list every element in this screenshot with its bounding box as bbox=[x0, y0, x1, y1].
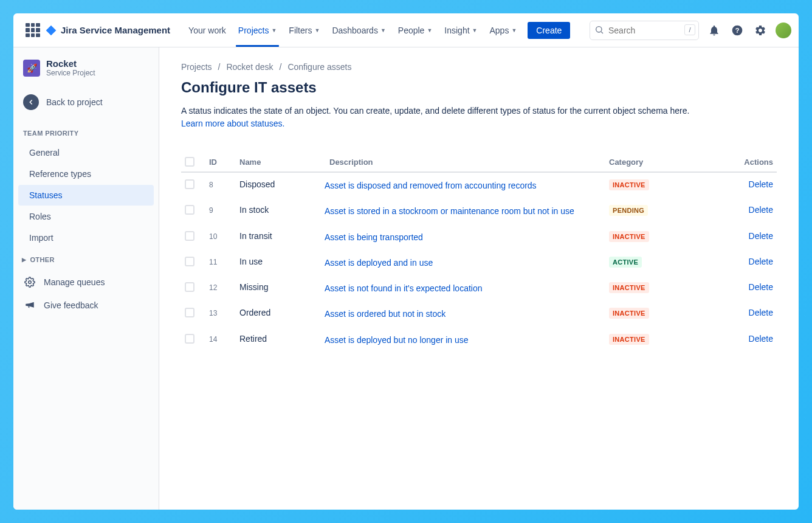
delete-link[interactable]: Delete bbox=[718, 282, 773, 292]
select-all-checkbox[interactable] bbox=[185, 157, 194, 167]
sidebar-section-other-label: OTHER bbox=[30, 256, 55, 263]
product-name: Jira Service Management bbox=[61, 25, 170, 35]
breadcrumb-project[interactable]: Rocket desk bbox=[226, 62, 273, 72]
row-description[interactable]: Asset is disposed and removed from accou… bbox=[325, 179, 609, 192]
table-row: 8DisposedAsset is disposed and removed f… bbox=[181, 173, 777, 198]
give-feedback-label: Give feedback bbox=[44, 300, 98, 310]
product-logo[interactable]: Jira Service Management bbox=[45, 24, 170, 36]
sidebar-item-import[interactable]: Import bbox=[18, 227, 154, 248]
page-title: Configure IT assets bbox=[181, 79, 777, 96]
row-name: Disposed bbox=[239, 179, 325, 189]
search-shortcut-badge: / bbox=[684, 24, 695, 35]
row-description[interactable]: Asset is stored in a stockroom or mainte… bbox=[325, 205, 609, 217]
nav-item-your-work[interactable]: Your work bbox=[182, 13, 232, 47]
row-checkbox[interactable] bbox=[185, 282, 194, 292]
row-id: 12 bbox=[209, 282, 239, 292]
row-name: In use bbox=[239, 257, 325, 266]
help-icon[interactable]: ? bbox=[729, 23, 745, 38]
row-checkbox[interactable] bbox=[185, 179, 194, 189]
breadcrumb-current[interactable]: Configure assets bbox=[287, 62, 351, 72]
notifications-icon[interactable] bbox=[706, 23, 722, 38]
row-description[interactable]: Asset is being transported bbox=[325, 231, 609, 243]
create-button[interactable]: Create bbox=[528, 22, 570, 39]
row-checkbox[interactable] bbox=[185, 308, 194, 317]
nav-item-filters[interactable]: Filters▼ bbox=[283, 13, 326, 47]
back-to-project[interactable]: Back to project bbox=[13, 86, 159, 119]
col-name: Name bbox=[239, 158, 325, 167]
delete-link[interactable]: Delete bbox=[718, 205, 773, 215]
table-row: 13OrderedAsset is ordered but not in sto… bbox=[181, 301, 777, 327]
row-description[interactable]: Asset is not found in it's expected loca… bbox=[325, 282, 609, 294]
table-header: ID Name Description Category Actions bbox=[181, 152, 777, 173]
sidebar-item-general[interactable]: General bbox=[18, 142, 154, 163]
give-feedback[interactable]: Give feedback bbox=[13, 294, 159, 317]
sidebar-item-reference-types[interactable]: Reference types bbox=[18, 164, 154, 184]
search-input[interactable] bbox=[590, 21, 699, 40]
app-switcher-icon[interactable] bbox=[26, 23, 40, 38]
top-nav: Jira Service Management Your workProject… bbox=[13, 13, 799, 47]
row-description[interactable]: Asset is deployed but no longer in use bbox=[325, 334, 609, 346]
delete-link[interactable]: Delete bbox=[718, 257, 773, 266]
jira-icon bbox=[45, 24, 57, 36]
chevron-down-icon: ▼ bbox=[380, 27, 386, 33]
row-checkbox[interactable] bbox=[185, 231, 194, 241]
nav-item-apps[interactable]: Apps▼ bbox=[484, 13, 523, 47]
delete-link[interactable]: Delete bbox=[718, 308, 773, 317]
breadcrumb: Projects / Rocket desk / Configure asset… bbox=[181, 62, 777, 72]
sidebar: Rocket Service Project Back to project T… bbox=[13, 47, 159, 510]
row-category: ACTIVE bbox=[609, 257, 718, 268]
status-table: ID Name Description Category Actions 8Di… bbox=[181, 152, 777, 353]
project-name: Rocket bbox=[46, 58, 95, 69]
row-description[interactable]: Asset is deployed and in use bbox=[325, 257, 609, 269]
delete-link[interactable]: Delete bbox=[718, 231, 773, 241]
delete-link[interactable]: Delete bbox=[718, 334, 773, 344]
page-description: A status indicates the state of an objec… bbox=[181, 105, 777, 130]
row-name: In transit bbox=[239, 231, 325, 241]
sidebar-item-roles[interactable]: Roles bbox=[18, 206, 154, 227]
row-category: INACTIVE bbox=[609, 282, 718, 293]
row-id: 9 bbox=[209, 205, 239, 215]
row-description[interactable]: Asset is ordered but not in stock bbox=[325, 308, 609, 320]
col-actions: Actions bbox=[718, 158, 773, 167]
project-type: Service Project bbox=[46, 69, 95, 77]
main-content: Projects / Rocket desk / Configure asset… bbox=[159, 47, 799, 510]
nav-item-people[interactable]: People▼ bbox=[392, 13, 439, 47]
nav-item-dashboards[interactable]: Dashboards▼ bbox=[326, 13, 391, 47]
row-checkbox[interactable] bbox=[185, 257, 194, 266]
sidebar-section-other[interactable]: ▶ OTHER bbox=[13, 249, 159, 271]
sidebar-section-team-priority: TEAM PRIORITY bbox=[13, 119, 159, 142]
learn-more-link[interactable]: Learn more about statuses. bbox=[181, 119, 284, 128]
row-checkbox[interactable] bbox=[185, 205, 194, 215]
col-category: Category bbox=[609, 158, 718, 167]
row-category: INACTIVE bbox=[609, 179, 718, 190]
nav-item-insight[interactable]: Insight▼ bbox=[438, 13, 483, 47]
svg-text:?: ? bbox=[735, 27, 740, 34]
svg-point-0 bbox=[596, 26, 602, 32]
col-id: ID bbox=[209, 158, 239, 167]
row-name: Ordered bbox=[239, 308, 325, 317]
search-wrap: / bbox=[590, 21, 699, 40]
project-header[interactable]: Rocket Service Project bbox=[13, 58, 159, 86]
table-row: 9In stockAsset is stored in a stockroom … bbox=[181, 198, 777, 224]
back-label: Back to project bbox=[46, 97, 103, 107]
nav-items-container: Your workProjects▼Filters▼Dashboards▼Peo… bbox=[182, 13, 523, 47]
row-checkbox[interactable] bbox=[185, 334, 194, 344]
row-category: INACTIVE bbox=[609, 334, 718, 345]
chevron-down-icon: ▼ bbox=[314, 27, 320, 33]
chevron-down-icon: ▼ bbox=[427, 27, 432, 33]
col-description: Description bbox=[325, 158, 609, 167]
manage-queues[interactable]: Manage queues bbox=[13, 271, 159, 294]
settings-icon[interactable] bbox=[752, 23, 768, 38]
breadcrumb-projects[interactable]: Projects bbox=[181, 62, 212, 72]
delete-link[interactable]: Delete bbox=[718, 179, 773, 189]
row-category: INACTIVE bbox=[609, 308, 718, 319]
row-name: Retired bbox=[239, 334, 325, 344]
chevron-down-icon: ▼ bbox=[271, 27, 277, 33]
sidebar-item-statuses[interactable]: Statuses bbox=[18, 185, 154, 206]
row-id: 10 bbox=[209, 231, 239, 241]
chevron-down-icon: ▼ bbox=[511, 27, 517, 33]
nav-item-projects[interactable]: Projects▼ bbox=[232, 13, 283, 47]
user-avatar[interactable] bbox=[776, 23, 791, 38]
project-icon bbox=[23, 60, 40, 77]
table-row: 11In useAsset is deployed and in useACTI… bbox=[181, 250, 777, 275]
